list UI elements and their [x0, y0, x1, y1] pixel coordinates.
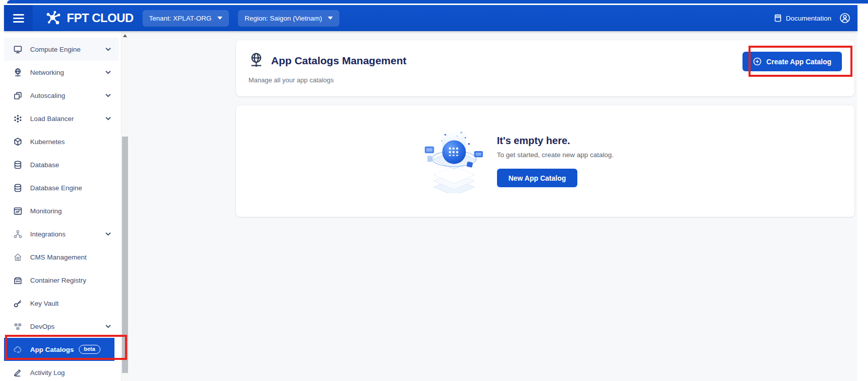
app-window: FPT CLOUD Tenant: XPLAT-ORG Region: Saig…: [0, 0, 868, 381]
tenant-dropdown[interactable]: Tenant: XPLAT-ORG: [143, 10, 229, 27]
chevron-down-icon: [105, 47, 111, 51]
sidebar-item-app-catalogs[interactable]: App Catalogs beta: [4, 338, 114, 361]
tenant-dropdown-label: Tenant: XPLAT-ORG: [149, 15, 211, 22]
empty-state-heading: It's empty here.: [497, 135, 614, 147]
sidebar-item-activity-log[interactable]: Activity Log: [4, 361, 119, 381]
scrollbar-thumb[interactable]: [122, 137, 128, 373]
chevron-down-icon: [217, 17, 222, 20]
cloud-sync-icon: [13, 344, 23, 354]
activity-pen-icon: [13, 367, 23, 377]
chevron-down-icon: [105, 93, 111, 97]
region-dropdown-label: Region: Saigon (Vietnam): [244, 15, 322, 22]
sidebar-item-networking[interactable]: Networking: [4, 61, 119, 84]
gears-icon: [13, 321, 23, 331]
sidebar-item-container-registry[interactable]: Container Registry: [4, 269, 119, 292]
sidebar-item-autoscaling[interactable]: Autoscaling: [4, 84, 119, 107]
sidebar-item-database-engine[interactable]: Database Engine: [4, 176, 119, 199]
key-icon: [13, 298, 23, 308]
database-icon: [13, 160, 23, 170]
scrollbar-up-arrow-icon[interactable]: [123, 34, 127, 37]
create-app-catalog-button[interactable]: Create App Catalog: [742, 52, 842, 71]
sidebar-item-load-balancer[interactable]: Load Balancer: [4, 107, 119, 130]
page-header-card: App Catalogs Management Manage all your …: [236, 40, 854, 96]
beta-badge: beta: [79, 345, 100, 354]
cube-icon: [13, 137, 23, 147]
chevron-down-icon: [105, 232, 111, 236]
chevron-down-icon: [105, 324, 111, 328]
sidebar-item-database[interactable]: Database: [4, 153, 119, 176]
chart-window-icon: [13, 206, 23, 216]
topbar-right-section: Documentation: [774, 13, 857, 24]
container-icon: [13, 275, 23, 285]
sidebar-item-monitoring[interactable]: Monitoring: [4, 199, 119, 222]
window-top-strip: [7, 0, 868, 4]
empty-state-illustration: [425, 129, 484, 193]
page-title: App Catalogs Management: [271, 55, 407, 67]
home-gear-icon: [13, 252, 23, 262]
sidebar-item-compute-engine[interactable]: Compute Engine: [4, 38, 119, 61]
chevron-down-icon: [105, 70, 111, 74]
logo-text: FPT CLOUD: [67, 11, 134, 25]
sidebar-navigation: Compute Engine Networking Autoscaling: [4, 31, 119, 381]
plus-circle-icon: [753, 57, 762, 66]
empty-state-card: It's empty here. To get started, create …: [236, 105, 854, 217]
fpt-cloud-logo[interactable]: FPT CLOUD: [44, 9, 134, 27]
monitor-icon: [13, 44, 23, 54]
sidebar-item-devops[interactable]: DevOps: [4, 315, 119, 338]
database-icon: [13, 183, 23, 193]
page-subtitle: Manage all your app catalogs: [249, 76, 334, 84]
hamburger-icon: [13, 12, 24, 25]
sidebar-item-key-vault[interactable]: Key Vault: [4, 292, 119, 315]
molecule-logo-icon: [44, 9, 63, 27]
chevron-down-icon: [105, 116, 111, 120]
globe-icon: [13, 67, 23, 77]
app-catalogs-globe-icon: [249, 52, 264, 69]
documentation-label: Documentation: [786, 15, 831, 22]
new-app-catalog-button[interactable]: New App Catalog: [497, 169, 578, 187]
sidebar-scrollbar[interactable]: [121, 31, 129, 381]
main-content: App Catalogs Management Manage all your …: [129, 31, 857, 381]
hamburger-menu-button[interactable]: [4, 5, 33, 31]
documentation-link[interactable]: Documentation: [774, 14, 831, 23]
org-nodes-icon: [13, 229, 23, 239]
sidebar-item-integrations[interactable]: Integrations: [4, 222, 119, 245]
empty-state-message: To get started, create new app catalog.: [497, 151, 614, 159]
user-account-button[interactable]: [839, 13, 850, 24]
layers-icon: [13, 90, 23, 100]
region-dropdown[interactable]: Region: Saigon (Vietnam): [238, 10, 339, 27]
sidebar-item-kubernetes[interactable]: Kubernetes: [4, 130, 119, 153]
sidebar-item-cms-management[interactable]: CMS Management: [4, 245, 119, 269]
top-navigation-bar: FPT CLOUD Tenant: XPLAT-ORG Region: Saig…: [4, 5, 857, 31]
book-icon: [774, 14, 782, 23]
chevron-down-icon: [328, 17, 333, 20]
nodes-icon: [13, 113, 23, 123]
